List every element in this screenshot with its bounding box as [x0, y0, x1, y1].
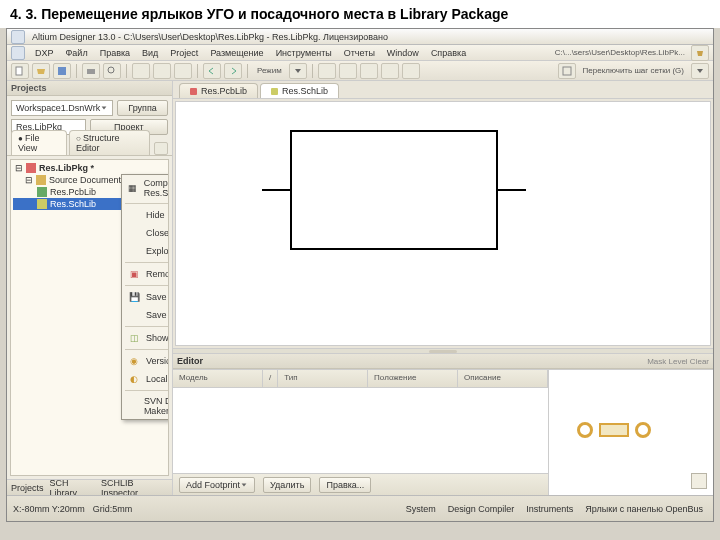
menu-reports[interactable]: Отчеты	[339, 47, 380, 59]
redo-icon[interactable]	[224, 63, 242, 79]
menu-file[interactable]: Файл	[61, 47, 93, 59]
ctx-save[interactable]: 💾Save	[122, 288, 169, 306]
grid-toggle-icon[interactable]	[558, 63, 576, 79]
col-model[interactable]: Модель	[173, 370, 263, 387]
col-description[interactable]: Описание	[458, 370, 548, 387]
add-footprint-button[interactable]: Add Footprint	[179, 477, 255, 493]
status-tab-system[interactable]: System	[402, 503, 440, 515]
bottom-panel: Модель / Тип Положение Описание Add Foot…	[173, 369, 713, 495]
model-grid: Модель / Тип Положение Описание Add Foot…	[173, 370, 549, 495]
folder-icon	[36, 175, 46, 185]
col-sep[interactable]: /	[263, 370, 278, 387]
status-grid: Grid:5mm	[93, 504, 133, 514]
new-icon[interactable]	[11, 63, 29, 79]
print-icon[interactable]	[82, 63, 100, 79]
save-icon[interactable]	[53, 63, 71, 79]
ctx-save-label: Save	[146, 292, 167, 302]
zoom-icon[interactable]	[103, 63, 121, 79]
app-window: Altium Designer 13.0 - C:\Users\User\Des…	[6, 28, 714, 522]
grid-body[interactable]	[173, 388, 548, 473]
add-footprint-label: Add Footprint	[186, 480, 240, 490]
cut-icon[interactable]	[132, 63, 150, 79]
ctx-close[interactable]: Close	[122, 224, 169, 242]
doctab-schlib[interactable]: Res.SchLib	[260, 83, 339, 98]
window-title: Altium Designer 13.0 - C:\Users\User\Des…	[32, 32, 388, 42]
col-type[interactable]: Тип	[278, 370, 368, 387]
place-wire-icon[interactable]	[318, 63, 336, 79]
ctx-remove[interactable]: ▣Remove from Project...	[122, 265, 169, 283]
status-tab-compiler[interactable]: Design Compiler	[444, 503, 519, 515]
status-tab-instruments[interactable]: Instruments	[522, 503, 577, 515]
model-buttons: Add Footprint Удалить Правка...	[173, 473, 548, 495]
menu-tools[interactable]: Инструменты	[271, 47, 337, 59]
ctx-diff-label: Show Differences...	[146, 333, 169, 343]
doctab-pcblib[interactable]: Res.PcbLib	[179, 83, 258, 98]
place-rect-icon[interactable]	[381, 63, 399, 79]
ctx-explore[interactable]: Explore	[122, 242, 169, 260]
blank-icon	[128, 400, 138, 412]
mode-dropdown[interactable]	[289, 63, 307, 79]
footer-tab-projects[interactable]: Projects	[11, 483, 44, 493]
ctx-show-diff[interactable]: ◫Show Differences...	[122, 329, 169, 347]
menu-view[interactable]: Вид	[137, 47, 163, 59]
menu-place[interactable]: Размещение	[205, 47, 268, 59]
paste-icon[interactable]	[174, 63, 192, 79]
path-browse-button[interactable]	[691, 45, 709, 61]
schematic-canvas[interactable]	[175, 101, 711, 346]
tab-structure-editor[interactable]: ○ Structure Editor	[69, 130, 150, 155]
tab-file-view[interactable]: ● File View	[11, 130, 67, 155]
app-icon	[11, 30, 25, 44]
ctx-hide[interactable]: Hide	[122, 206, 169, 224]
pcblib-dot-icon	[190, 88, 197, 95]
editor-right-links[interactable]: Mask Level Clear	[647, 357, 709, 366]
tree-root[interactable]: ⊟ Res.LibPkg *	[13, 162, 166, 174]
document-tabs: Res.PcbLib Res.SchLib	[173, 81, 713, 99]
menu-help[interactable]: Справка	[426, 47, 471, 59]
footprint-preview[interactable]	[549, 370, 713, 495]
chevron-down-icon	[100, 104, 108, 112]
editor-area: Res.PcbLib Res.SchLib Editor Mask Level …	[173, 81, 713, 495]
vc-icon: ◉	[128, 355, 140, 367]
workspace-combo[interactable]: Workspace1.DsnWrk	[11, 100, 113, 116]
menu-dxp[interactable]: DXP	[30, 47, 59, 59]
ctx-sep	[125, 285, 169, 286]
libpkg-icon	[26, 163, 36, 173]
ctx-sep	[125, 349, 169, 350]
undo-icon[interactable]	[203, 63, 221, 79]
menubar: DXP Файл Правка Вид Project Размещение И…	[7, 45, 713, 61]
preview-options-icon[interactable]	[691, 473, 707, 489]
window-titlebar: Altium Designer 13.0 - C:\Users\User\Des…	[7, 29, 713, 45]
ctx-svn-label: SVN Database Library Maker...	[144, 396, 169, 416]
grid-dropdown[interactable]	[691, 63, 709, 79]
place-text-icon[interactable]	[402, 63, 420, 79]
place-pin-icon[interactable]	[339, 63, 357, 79]
ctx-save-as[interactable]: Save As...	[122, 306, 169, 324]
ctx-version-control[interactable]: ◉Version Control▸	[122, 352, 169, 370]
workspace-value: Workspace1.DsnWrk	[16, 103, 100, 113]
page-caption: 4. 3. Перемещение ярлыков УГО и посадочн…	[0, 0, 720, 28]
workspace-group-button[interactable]: Группа	[117, 100, 168, 116]
ctx-svn-maker[interactable]: SVN Database Library Maker...	[122, 393, 169, 419]
svg-rect-0	[16, 67, 22, 75]
menu-window[interactable]: Window	[382, 47, 424, 59]
menu-project[interactable]: Project	[165, 47, 203, 59]
delete-button[interactable]: Удалить	[263, 477, 311, 493]
menu-edit[interactable]: Правка	[95, 47, 135, 59]
panel-options-icon[interactable]	[154, 142, 168, 155]
dxp-icon[interactable]	[11, 46, 25, 60]
open-icon[interactable]	[32, 63, 50, 79]
blank-icon	[128, 245, 140, 257]
project-tree[interactable]: ⊟ Res.LibPkg * ⊟ Source Documents Res.Pc…	[10, 159, 169, 476]
edit-button[interactable]: Правка...	[319, 477, 371, 493]
ctx-local-history[interactable]: ◐Local History▸	[122, 370, 169, 388]
status-tab-openbus[interactable]: Ярлыки с панелью OpenBus	[581, 503, 707, 515]
blank-icon	[128, 309, 140, 321]
place-arc-icon[interactable]	[360, 63, 378, 79]
component-symbol	[262, 130, 526, 250]
ctx-compile[interactable]: ▦Compile Document Res.SchLib	[122, 175, 169, 201]
copy-icon[interactable]	[153, 63, 171, 79]
ctx-hide-label: Hide	[146, 210, 165, 220]
save-icon: 💾	[128, 291, 140, 303]
minus-icon: ⊟	[25, 175, 33, 185]
col-position[interactable]: Положение	[368, 370, 458, 387]
